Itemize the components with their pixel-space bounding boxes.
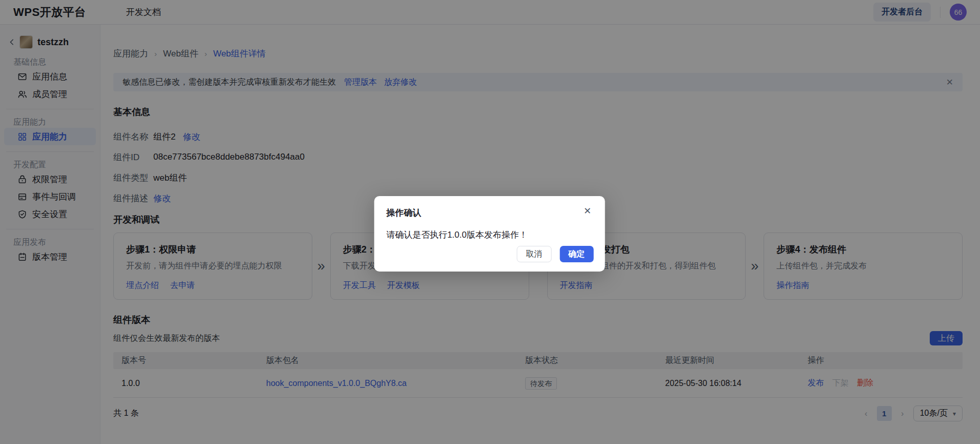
dialog-close-icon[interactable]: ✕: [584, 206, 591, 216]
dialog-message: 请确认是否执行1.0.0版本发布操作！: [386, 229, 592, 241]
confirm-button[interactable]: 确定: [559, 246, 593, 262]
cancel-button[interactable]: 取消: [516, 246, 551, 262]
dialog-title: 操作确认: [386, 207, 592, 219]
confirm-dialog: 操作确认 ✕ 请确认是否执行1.0.0版本发布操作！ 取消 确定: [374, 196, 605, 272]
